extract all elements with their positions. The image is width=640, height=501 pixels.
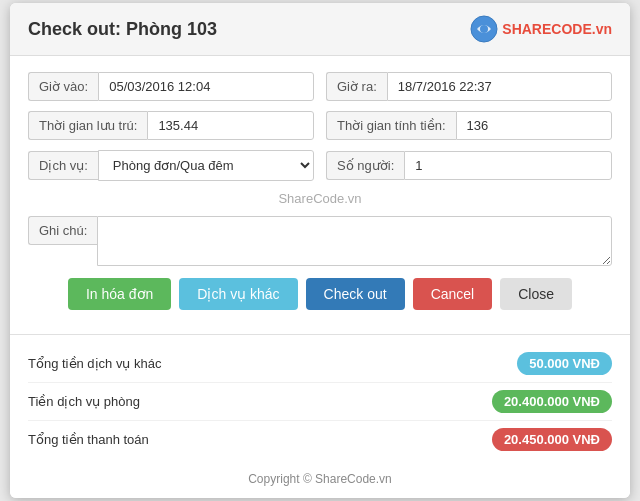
cancel-button[interactable]: Cancel — [413, 278, 493, 310]
modal-title: Check out: Phòng 103 — [28, 19, 217, 40]
dich-vu-select[interactable]: Phòng đơn/Qua đêm — [98, 150, 314, 181]
so-nguoi-label: Số người: — [326, 151, 404, 180]
ghi-chu-row: Ghi chú: — [28, 216, 612, 266]
logo: SHARECODE.vn — [470, 15, 612, 43]
logo-share: SHARE — [502, 21, 551, 37]
luu-tru-value: 135.44 — [147, 111, 314, 140]
form-row-1: Giờ vào: 05/03/2016 12:04 Giờ ra: 18/7/2… — [28, 72, 612, 101]
tinh-tien-value: 136 — [456, 111, 613, 140]
watermark: ShareCode.vn — [28, 191, 612, 206]
dich-vu-label: Dịch vụ: — [28, 151, 98, 180]
gio-ra-label: Giờ ra: — [326, 72, 387, 101]
logo-text: SHARECODE.vn — [502, 21, 612, 37]
gio-ra-value: 18/7/2016 22:37 — [387, 72, 612, 101]
button-row: In hóa đơn Dịch vụ khác Check out Cancel… — [28, 278, 612, 310]
close-button[interactable]: Close — [500, 278, 572, 310]
logo-icon — [470, 15, 498, 43]
summary-badge-3: 20.450.000 VNĐ — [492, 428, 612, 451]
ghi-chu-group: Ghi chú: — [28, 216, 612, 266]
luu-tru-group: Thời gian lưu trú: 135.44 — [28, 111, 314, 140]
summary-label-3: Tổng tiền thanh toán — [28, 432, 149, 447]
summary-badge-1: 50.000 VNĐ — [517, 352, 612, 375]
in-hoa-don-button[interactable]: In hóa đơn — [68, 278, 171, 310]
tinh-tien-label: Thời gian tính tiền: — [326, 111, 456, 140]
svg-point-1 — [480, 25, 488, 33]
gio-ra-group: Giờ ra: 18/7/2016 22:37 — [326, 72, 612, 101]
summary-row-3: Tổng tiền thanh toán 20.450.000 VNĐ — [28, 421, 612, 458]
summary-badge-2: 20.400.000 VNĐ — [492, 390, 612, 413]
logo-code: CODE — [551, 21, 591, 37]
so-nguoi-value: 1 — [404, 151, 612, 180]
ghi-chu-label: Ghi chú: — [28, 216, 97, 245]
summary-label-1: Tổng tiền dịch vụ khác — [28, 356, 162, 371]
dich-vu-khac-button[interactable]: Dịch vụ khác — [179, 278, 297, 310]
summary-label-2: Tiền dịch vụ phòng — [28, 394, 140, 409]
summary-row-1: Tổng tiền dịch vụ khác 50.000 VNĐ — [28, 345, 612, 383]
gio-vao-label: Giờ vào: — [28, 72, 98, 101]
modal-body: Giờ vào: 05/03/2016 12:04 Giờ ra: 18/7/2… — [10, 56, 630, 334]
gio-vao-group: Giờ vào: 05/03/2016 12:04 — [28, 72, 314, 101]
tinh-tien-group: Thời gian tính tiền: 136 — [326, 111, 612, 140]
form-row-2: Thời gian lưu trú: 135.44 Thời gian tính… — [28, 111, 612, 140]
check-out-button[interactable]: Check out — [306, 278, 405, 310]
summary-section: Tổng tiền dịch vụ khác 50.000 VNĐ Tiền d… — [10, 334, 630, 464]
gio-vao-value: 05/03/2016 12:04 — [98, 72, 314, 101]
summary-row-2: Tiền dịch vụ phòng 20.400.000 VNĐ — [28, 383, 612, 421]
so-nguoi-group: Số người: 1 — [326, 150, 612, 181]
checkout-modal: Check out: Phòng 103 SHARECODE.vn Giờ và… — [10, 3, 630, 498]
ghi-chu-input[interactable] — [97, 216, 612, 266]
form-row-3: Dịch vụ: Phòng đơn/Qua đêm Số người: 1 — [28, 150, 612, 181]
modal-header: Check out: Phòng 103 SHARECODE.vn — [10, 3, 630, 56]
footer: Copyright © ShareCode.vn — [10, 464, 630, 498]
dich-vu-group: Dịch vụ: Phòng đơn/Qua đêm — [28, 150, 314, 181]
logo-suffix: .vn — [592, 21, 612, 37]
luu-tru-label: Thời gian lưu trú: — [28, 111, 147, 140]
